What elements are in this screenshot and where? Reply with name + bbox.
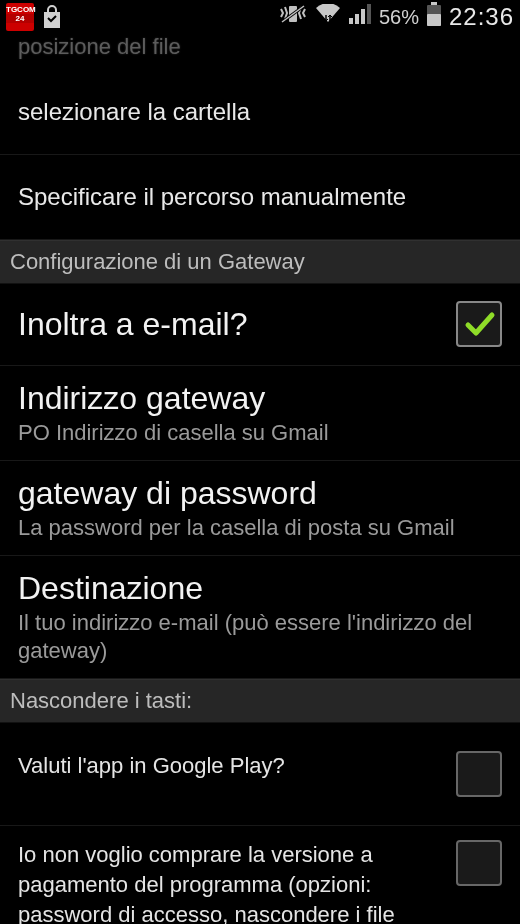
section-gateway-config: Configurazione di un Gateway: [0, 240, 520, 284]
row-title: Inoltra a e-mail?: [18, 298, 444, 351]
vibrate-icon: [279, 3, 307, 31]
row-rate-app[interactable]: Valuti l'app in Google Play?: [0, 723, 520, 826]
row-destination[interactable]: Destinazione Il tuo indirizzo e-mail (pu…: [0, 556, 520, 679]
tgcom-sub-label: 24: [6, 14, 34, 23]
row-forward-email[interactable]: Inoltra a e-mail?: [0, 284, 520, 366]
row-title: gateway di password: [18, 475, 490, 512]
row-subtitle: Il tuo indirizzo e-mail (può essere l'in…: [18, 609, 490, 664]
row-select-folder[interactable]: selezionare la cartella: [0, 70, 520, 155]
row-label: posizione del file: [18, 34, 181, 59]
status-left: TGCOM 24: [6, 3, 64, 31]
row-title: Valuti l'app in Google Play?: [18, 751, 456, 781]
row-title: Destinazione: [18, 570, 490, 607]
svg-rect-7: [431, 2, 437, 5]
checkmark-icon: [462, 307, 496, 341]
row-subtitle: PO Indirizzo di casella su Gmail: [18, 419, 490, 447]
battery-percentage: 56%: [379, 6, 419, 29]
status-right: 56% 22:36: [279, 2, 514, 32]
forward-email-checkbox[interactable]: [456, 301, 502, 347]
svg-rect-4: [355, 14, 359, 24]
row-gateway-password[interactable]: gateway di password La password per la c…: [0, 461, 520, 556]
row-file-position-truncated[interactable]: posizione del file: [0, 34, 520, 70]
row-title: Indirizzo gateway: [18, 380, 490, 417]
row-specify-path[interactable]: Specificare il percorso manualmente: [0, 155, 520, 240]
svg-rect-9: [427, 14, 441, 26]
settings-list[interactable]: posizione del file selezionare la cartel…: [0, 34, 520, 924]
no-buy-checkbox[interactable]: [456, 840, 502, 886]
rate-app-checkbox[interactable]: [456, 751, 502, 797]
signal-icon: [349, 4, 371, 30]
battery-icon: [427, 2, 441, 32]
tgcom-label: TGCOM: [6, 5, 36, 14]
row-title: selezionare la cartella: [18, 98, 502, 126]
svg-rect-6: [367, 4, 371, 24]
clock: 22:36: [449, 3, 514, 31]
row-title: Io non voglio comprare la versione a pag…: [18, 840, 456, 924]
tgcom-notification-icon: TGCOM 24: [6, 3, 34, 31]
row-subtitle: La password per la casella di posta su G…: [18, 514, 490, 542]
section-hide-keys: Nascondere i tasti:: [0, 679, 520, 723]
row-no-buy-paid[interactable]: Io non voglio comprare la versione a pag…: [0, 826, 520, 924]
svg-rect-5: [361, 9, 365, 24]
row-title: Specificare il percorso manualmente: [18, 183, 502, 211]
svg-rect-3: [349, 18, 353, 24]
wifi-icon: [315, 4, 341, 30]
status-bar: TGCOM 24: [0, 0, 520, 34]
row-gateway-address[interactable]: Indirizzo gateway PO Indirizzo di casell…: [0, 366, 520, 461]
shopping-bag-icon: [40, 4, 64, 30]
